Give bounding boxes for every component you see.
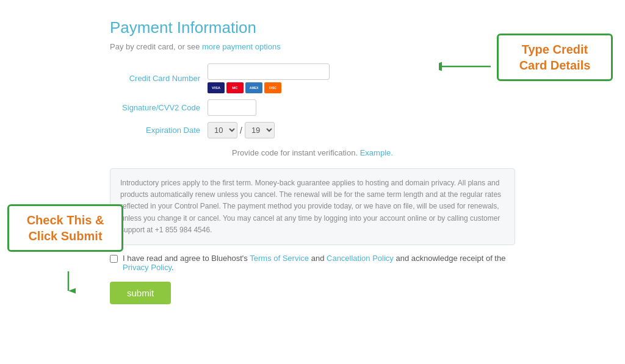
callout-type-cc-text: Type CreditCard Details	[519, 43, 591, 72]
visa-logo: VISA	[208, 82, 225, 93]
cc-logos: VISA MC AMEX DISC	[208, 82, 330, 93]
more-payment-options-link[interactable]: more payment options	[202, 42, 281, 51]
cc-number-label: Credit Card Number	[110, 74, 208, 83]
exp-date-label: Expiration Date	[110, 126, 208, 135]
subtitle-text: Pay by credit card, or see	[110, 42, 200, 51]
agree-checkbox[interactable]	[110, 255, 118, 263]
tos-link[interactable]: Terms of Service	[250, 254, 309, 263]
example-link[interactable]: Example.	[360, 148, 393, 157]
cc-number-input[interactable]	[208, 63, 330, 80]
arrow-type-cc	[439, 59, 494, 74]
exp-date-row: Expiration Date 01020304 05060708 091011…	[110, 122, 515, 138]
callout-type-cc: Type CreditCard Details	[497, 34, 613, 81]
cvv-row: Signature/CVV2 Code	[110, 99, 515, 116]
cancellation-policy-link[interactable]: Cancellation Policy	[327, 254, 394, 263]
page-subtitle: Pay by credit card, or see more payment …	[110, 42, 515, 51]
agree-text: I have read and agree to Bluehost's Term…	[123, 254, 515, 272]
terms-text: Introductory prices apply to the first t…	[120, 179, 501, 234]
exp-date-selects: 01020304 05060708 09101112 / 171819 2021…	[208, 122, 275, 138]
callout-check-submit-text: Check This &Click Submit	[27, 213, 104, 243]
agree-row: I have read and agree to Bluehost's Term…	[110, 254, 515, 272]
discover-logo: DISC	[264, 82, 281, 93]
callout-check-submit: Check This &Click Submit	[7, 204, 123, 252]
terms-box: Introductory prices apply to the first t…	[110, 168, 515, 245]
amex-logo: AMEX	[245, 82, 262, 93]
page-title: Payment Information	[110, 18, 515, 37]
privacy-policy-link[interactable]: Privacy Policy	[123, 263, 172, 272]
verify-static-text: Provide code for instant verification.	[232, 148, 358, 157]
verify-text: Provide code for instant verification. E…	[110, 148, 515, 157]
exp-separator: /	[240, 126, 242, 135]
submit-button[interactable]: submit	[110, 282, 171, 304]
exp-year-select[interactable]: 171819 20212223 242526	[245, 122, 275, 138]
arrow-check-submit	[61, 271, 76, 296]
mastercard-logo: MC	[226, 82, 244, 93]
cvv-label: Signature/CVV2 Code	[110, 103, 208, 112]
cvv-input[interactable]	[208, 99, 256, 116]
exp-month-select[interactable]: 01020304 05060708 09101112	[208, 122, 237, 138]
